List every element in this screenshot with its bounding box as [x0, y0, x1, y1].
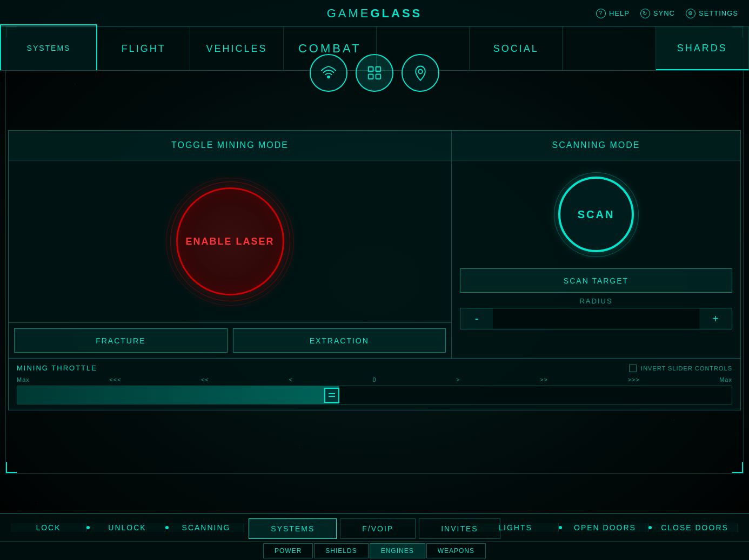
wifi-icon — [320, 65, 337, 81]
close-doors-button[interactable]: CLOSE DOORS — [652, 523, 738, 532]
marker-rr: >> — [540, 376, 548, 383]
marker-lll: <<< — [109, 376, 121, 383]
sync-button[interactable]: ↻ SYNC — [640, 9, 675, 18]
radius-track[interactable] — [493, 308, 699, 329]
laser-area: ENABLE LASER — [9, 160, 451, 322]
bottom-tabs-row: LOCK UNLOCK SCANNING LIGHTS OPEN DOORS — [0, 514, 749, 542]
marker-rrr: >>> — [627, 376, 639, 383]
lights-label: LIGHTS — [498, 523, 532, 532]
shards-tab-label: SHARDS — [677, 43, 727, 54]
invert-checkbox[interactable] — [629, 365, 637, 372]
open-doors-label: OPEN DOORS — [574, 523, 636, 532]
svg-rect-1 — [369, 67, 373, 72]
shields-subtab[interactable]: SHIELDS — [314, 543, 368, 558]
fvoip-tab-label: F/VOIP — [362, 524, 393, 533]
nav-tab-vehicles[interactable]: VEHICLES — [190, 27, 283, 70]
sub-tabs: POWER SHIELDS ENGINES WEAPONS — [0, 542, 749, 560]
settings-icon: ⚙ — [686, 9, 696, 18]
mining-bottom-row: FRACTURE EXTRACTION — [9, 322, 451, 358]
enable-laser-label: ENABLE LASER — [185, 236, 274, 247]
sync-label: SYNC — [653, 9, 675, 17]
fracture-label: FRACTURE — [96, 336, 145, 345]
bottom-center-tabs: SYSTEMS F/VOIP INVITES — [248, 516, 501, 539]
systems-tab-label: SYSTEMS — [271, 524, 315, 533]
scan-circle-area: SCAN — [452, 160, 740, 268]
weapons-subtab[interactable]: WEAPONS — [426, 543, 486, 558]
social-tab-label: SOCIAL — [493, 43, 539, 55]
grid-icon — [366, 65, 383, 81]
top-actions: ? HELP ↻ SYNC ⚙ SETTINGS — [596, 9, 738, 18]
engines-subtab[interactable]: ENGINES — [370, 543, 425, 558]
throttle-fill — [17, 386, 339, 404]
grid-button[interactable] — [356, 54, 393, 92]
fracture-button[interactable]: FRACTURE — [14, 328, 228, 353]
invites-tab-label: INVITES — [441, 524, 478, 533]
help-button[interactable]: ? HELP — [596, 9, 630, 18]
controls-grid: TOGGLE MINING MODE ENABLE LASER FRACTURE… — [8, 130, 741, 359]
top-bar: GAMEGLASS ? HELP ↻ SYNC ⚙ SETTINGS — [0, 0, 749, 27]
marker-zero: 0 — [372, 376, 376, 383]
nav-tab-empty2 — [563, 27, 656, 70]
scanning-mode-header: SCANNING MODE — [452, 131, 740, 160]
throttle-handle-lines — [329, 393, 335, 397]
engines-tab-label: ENGINES — [381, 547, 414, 555]
close-doors-label: CLOSE DOORS — [661, 523, 728, 532]
location-icon — [412, 65, 429, 81]
toggle-mining-button[interactable]: TOGGLE MINING MODE — [9, 131, 451, 160]
weapons-tab-label: WEAPONS — [438, 547, 474, 555]
nav-tab-systems[interactable]: SYSTEMS — [0, 24, 97, 70]
scan-target-button[interactable]: SCAN TARGET — [460, 268, 732, 293]
scan-target-label: SCAN TARGET — [564, 276, 628, 285]
throttle-track[interactable] — [17, 386, 732, 404]
center-icons — [310, 54, 439, 92]
location-button[interactable] — [402, 54, 439, 92]
marker-l: < — [289, 376, 292, 383]
left-actions: LOCK UNLOCK SCANNING — [11, 523, 244, 532]
extraction-label: EXTRACTION — [310, 336, 369, 345]
power-tab-label: POWER — [275, 547, 302, 555]
sync-icon: ↻ — [640, 9, 650, 18]
nav-tab-shards[interactable]: SHARDS — [656, 27, 749, 70]
toggle-mining-label: TOGGLE MINING MODE — [171, 140, 289, 150]
svg-rect-2 — [376, 67, 381, 72]
power-subtab[interactable]: POWER — [263, 543, 313, 558]
help-label: HELP — [609, 9, 630, 17]
logo-prefix: GAME — [327, 6, 371, 20]
scan-button[interactable]: SCAN — [558, 177, 634, 252]
scanning-label: SCANNING — [182, 523, 231, 532]
scan-label: SCAN — [578, 208, 615, 221]
throttle-label: MINING THROTTLE — [17, 364, 97, 372]
systems-tab-label: SYSTEMS — [27, 44, 71, 52]
invites-tab[interactable]: INVITES — [419, 518, 500, 539]
nav-tab-flight[interactable]: FLIGHT — [97, 27, 190, 70]
throttle-container: MINING THROTTLE INVERT SLIDER CONTROLS M… — [8, 359, 741, 410]
systems-tab[interactable]: SYSTEMS — [249, 518, 337, 539]
nav-tab-social[interactable]: SOCIAL — [470, 27, 563, 70]
nav-area: SYSTEMS FLIGHT VEHICLES COMBAT SOCIAL SH… — [0, 27, 749, 71]
radius-plus-button[interactable]: + — [699, 308, 732, 329]
lock-label: LOCK — [36, 523, 61, 532]
flight-tab-label: FLIGHT — [122, 43, 166, 55]
scanning-button[interactable]: SCANNING — [169, 523, 244, 532]
open-doors-button[interactable]: OPEN DOORS — [562, 523, 648, 532]
settings-label: SETTINGS — [699, 9, 738, 17]
marker-max-left: Max — [17, 376, 30, 383]
radius-controls: - + — [460, 308, 732, 329]
shields-tab-label: SHIELDS — [325, 547, 357, 555]
enable-laser-button[interactable]: ENABLE LASER — [176, 187, 284, 295]
unlock-button[interactable]: UNLOCK — [90, 523, 165, 532]
wifi-button[interactable] — [310, 54, 347, 92]
bottom-area: LOCK UNLOCK SCANNING LIGHTS OPEN DOORS — [0, 513, 749, 560]
radius-minus-button[interactable]: - — [460, 308, 493, 329]
main-content: TOGGLE MINING MODE ENABLE LASER FRACTURE… — [0, 71, 749, 419]
extraction-button[interactable]: EXTRACTION — [233, 328, 446, 353]
fvoip-tab[interactable]: F/VOIP — [340, 518, 416, 539]
radius-section: RADIUS - + — [452, 293, 740, 334]
svg-point-5 — [418, 70, 423, 74]
lock-button[interactable]: LOCK — [11, 523, 86, 532]
invert-controls[interactable]: INVERT SLIDER CONTROLS — [629, 365, 732, 372]
throttle-handle[interactable] — [324, 388, 339, 403]
settings-button[interactable]: ⚙ SETTINGS — [686, 9, 738, 18]
radius-label: RADIUS — [460, 297, 732, 305]
help-icon: ? — [596, 9, 606, 18]
